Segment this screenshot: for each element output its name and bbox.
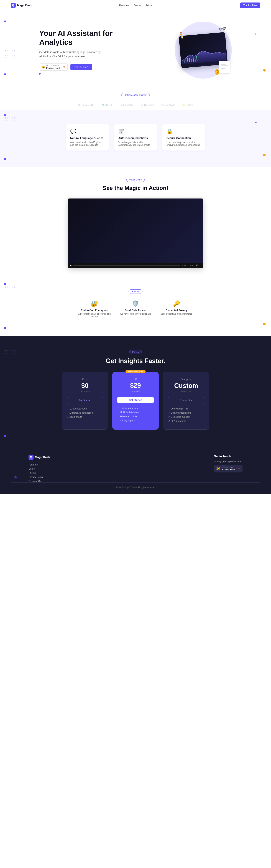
pricing-free: Free $0 per month Get Started ✓ 10 queri… [62, 372, 108, 430]
pro-plan-button[interactable]: Get Started [117, 397, 154, 403]
footer-brand: MagicDash Features Demo Pricing Privacy … [29, 455, 50, 483]
enterprise-plan-button[interactable]: Contact Us [168, 397, 204, 404]
hero-arrow-icon: ▶ [39, 72, 125, 75]
nav-cta-button[interactable]: Try For Free [240, 2, 260, 8]
footer-link-terms[interactable]: Terms of Use [29, 480, 50, 483]
footer-logo-icon [29, 455, 34, 460]
footer-link-pricing[interactable]: Pricing [29, 471, 50, 474]
pricing-section: Pricing Get Insights Faster. Free $0 per… [0, 336, 271, 444]
nav-links: Features Demo Pricing [119, 4, 153, 7]
features-content: 💬 Natural Language Queries Ask questions… [29, 121, 242, 154]
hero-actions: 🐱 FEATURED ON Product Hunt ↑ 88 Try For … [39, 63, 125, 71]
footer-logo[interactable]: MagicDash [29, 455, 50, 460]
feature-3-icon: 🔒 [167, 128, 201, 134]
brand-name: MagicDash [17, 4, 32, 7]
pro-feat-1: ✓ Unlimited queries [117, 407, 154, 409]
enterprise-price: Custom [168, 382, 204, 390]
pricing-title: Get Insights Faster. [29, 357, 242, 365]
pro-plan-label: Pro [117, 377, 154, 380]
nav-pricing[interactable]: Pricing [146, 4, 153, 7]
features-section: 💬 Natural Language Queries Ask questions… [0, 110, 271, 167]
sec-2-desc: We never write to your database [118, 313, 153, 315]
footer-link-demo[interactable]: Demo [29, 467, 50, 470]
footer-ph-score: ↑ 88 [236, 468, 240, 470]
footer-link-privacy[interactable]: Privacy Policy [29, 476, 50, 478]
free-features: ✓ 10 queries/month ✓ 1 database connecti… [67, 407, 103, 418]
pricing-tri-1 [4, 434, 6, 437]
sec-3-title: Credential Privacy [159, 309, 194, 312]
free-feat-2: ✓ 1 database connection [67, 411, 103, 414]
popular-badge: MOST POPULAR [126, 370, 146, 373]
feature-2-icon: 📈 [118, 128, 153, 134]
pricing-label: Pricing [129, 350, 142, 354]
ph-text-block: FEATURED ON Product Hunt [46, 65, 60, 69]
nav-features[interactable]: Features [119, 4, 129, 7]
hero-cta-button[interactable]: Try For Free [70, 64, 92, 70]
feature-3-title: Secure Connection [167, 136, 201, 140]
pricing-enterprise: Enterprise Custom contact us Contact Us … [163, 372, 209, 430]
hero-circle-bg: 👓 [175, 22, 232, 79]
security-label: Security [129, 289, 142, 294]
free-plan-label: Free [67, 378, 103, 380]
play-button[interactable]: ▶ [70, 264, 71, 267]
pricing-deco-dots [5, 350, 15, 354]
ent-feat-3: ✓ Dedicated support [168, 415, 204, 418]
free-plan-button[interactable]: Get Started [67, 397, 103, 404]
video-right-controls: 🔊 ⛶ [196, 265, 201, 267]
security-features: 🔐 End-to-End Encryption All connections … [29, 300, 242, 318]
hero-illustration: 👓 [153, 22, 232, 82]
ph-product-name: Product Hunt [46, 67, 60, 69]
demo-title: See the Magic in Action! [29, 185, 242, 191]
sec-1-desc: All connections are encrypted and secure [77, 313, 112, 318]
enterprise-plan-label: Enterprise [168, 378, 204, 380]
footer-ph-text-block: FEATURED ON Product Hunt [222, 467, 235, 471]
progress-bar[interactable] [73, 265, 180, 266]
pricing-plus-1: + [255, 346, 257, 349]
db-mongodb: 🍃 MongoDB [120, 104, 134, 106]
ph-featured-label: FEATURED ON [46, 65, 60, 67]
fullscreen-icon[interactable]: ⛶ [199, 265, 201, 267]
db-mysql: 🐬 MySQL [101, 104, 113, 106]
free-price: $0 [67, 382, 103, 390]
enterprise-features: ✓ Everything in Pro ✓ Custom integration… [168, 407, 204, 422]
security-feature-1: 🔐 End-to-End Encryption All connections … [77, 300, 112, 318]
sec-1-title: End-to-End Encryption [77, 309, 112, 312]
time-total: 0:18 [190, 265, 194, 267]
deco-triangle-1 [4, 20, 6, 22]
footer-nav-links: Features Demo Pricing Privacy Policy Ter… [29, 463, 50, 483]
video-player: ▶ 0:00 / 0:18 🔊 ⛶ [68, 198, 203, 268]
security-tri-2 [4, 326, 6, 329]
logo-icon [11, 3, 16, 8]
brand-logo[interactable]: MagicDash [11, 3, 32, 8]
deco-dots-1 [5, 50, 14, 59]
feature-2-title: Auto-Generated Charts [118, 136, 153, 140]
db-snowflake: ❄️ Snowflake [161, 104, 175, 106]
pro-feat-2: ✓ Multiple databases [117, 411, 154, 413]
footer-ph-badge[interactable]: 🐱 FEATURED ON Product Hunt ↑ 88 [214, 465, 242, 472]
footer-ph-name: Product Hunt [222, 468, 235, 471]
databases-logos: 🐘 PostgreSQL 🐬 MySQL 🍃 MongoDB 📊 BigQuer… [29, 104, 242, 106]
features-tri-2 [4, 157, 6, 160]
pricing-content: Pricing Get Insights Faster. Free $0 per… [29, 350, 242, 430]
deco-plus-1: + [255, 32, 257, 36]
producthunt-badge[interactable]: 🐱 FEATURED ON Product Hunt ↑ 88 [39, 63, 68, 71]
free-period: per month [67, 390, 103, 393]
ent-feat-2: ✓ Custom integrations [168, 411, 204, 414]
free-feat-3: ✓ Basic charts [67, 415, 103, 418]
footer-link-features[interactable]: Features [29, 463, 50, 466]
feature-card-2: 📈 Auto-Generated Charts Visualize your d… [114, 124, 157, 151]
feature-1-title: Natural Language Queries [70, 136, 104, 140]
ent-feat-4: ✓ SLA guarantee [168, 420, 204, 422]
video-screen[interactable] [68, 198, 203, 263]
nav-demo[interactable]: Demo [134, 4, 140, 7]
deco-triangle-2 [4, 72, 6, 75]
demo-label: Watch Demo [126, 178, 145, 182]
footer-contact: Get in Touch adam@getmagicdash.com 🐱 FEA… [214, 455, 242, 483]
pro-price: $29 [117, 382, 154, 389]
pro-period: per month [117, 390, 154, 393]
footer-email[interactable]: adam@getmagicdash.com [214, 460, 242, 463]
security-deco-dots [5, 286, 15, 289]
pricing-pro: MOST POPULAR Pro $29 per month Get Start… [112, 372, 159, 430]
volume-icon[interactable]: 🔊 [196, 265, 198, 267]
features-circle-1 [263, 154, 266, 156]
